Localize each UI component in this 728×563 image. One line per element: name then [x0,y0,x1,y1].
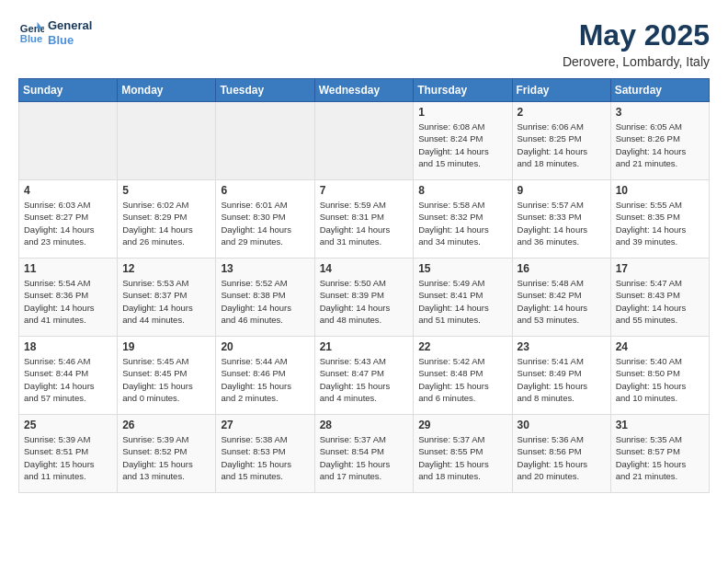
day-number: 12 [122,262,210,275]
calendar-cell: 26Sunrise: 5:39 AM Sunset: 8:52 PM Dayli… [118,415,216,493]
day-number: 14 [320,262,409,275]
calendar-cell: 2Sunrise: 6:06 AM Sunset: 8:25 PM Daylig… [512,102,610,180]
calendar-cell: 10Sunrise: 5:55 AM Sunset: 8:35 PM Dayli… [610,180,709,259]
day-info: Sunrise: 5:57 AM Sunset: 8:33 PM Dayligh… [518,199,606,247]
day-number: 9 [518,184,606,197]
calendar-cell: 5Sunrise: 6:02 AM Sunset: 8:29 PM Daylig… [118,180,216,259]
day-number: 16 [518,262,606,275]
day-number: 1 [418,106,506,119]
day-info: Sunrise: 5:37 AM Sunset: 8:55 PM Dayligh… [418,433,506,482]
day-number: 6 [221,184,309,197]
calendar-cell: 22Sunrise: 5:42 AM Sunset: 8:48 PM Dayli… [414,337,512,415]
calendar-cell: 4Sunrise: 6:03 AM Sunset: 8:27 PM Daylig… [19,180,118,259]
day-number: 20 [221,340,309,353]
logo-icon: General Blue [18,20,44,46]
day-number: 7 [320,184,409,197]
day-number: 31 [616,419,704,431]
header-thursday: Thursday [414,79,512,102]
calendar-cell: 8Sunrise: 5:58 AM Sunset: 8:32 PM Daylig… [414,180,512,259]
day-info: Sunrise: 6:03 AM Sunset: 8:27 PM Dayligh… [24,199,112,247]
day-info: Sunrise: 5:42 AM Sunset: 8:48 PM Dayligh… [418,355,506,404]
calendar-cell: 13Sunrise: 5:52 AM Sunset: 8:38 PM Dayli… [216,259,314,337]
calendar-cell: 19Sunrise: 5:45 AM Sunset: 8:45 PM Dayli… [118,337,216,415]
day-number: 23 [518,340,606,353]
day-info: Sunrise: 5:54 AM Sunset: 8:36 PM Dayligh… [24,277,112,326]
day-number: 18 [24,340,112,353]
calendar-cell: 15Sunrise: 5:49 AM Sunset: 8:41 PM Dayli… [414,259,512,337]
day-info: Sunrise: 5:43 AM Sunset: 8:47 PM Dayligh… [320,355,409,404]
day-info: Sunrise: 5:40 AM Sunset: 8:50 PM Dayligh… [616,355,704,404]
day-number: 22 [418,340,506,353]
location-title: Derovere, Lombardy, Italy [563,54,710,69]
calendar-cell [314,102,414,180]
title-section: May 2025 Derovere, Lombardy, Italy [563,18,710,69]
calendar-cell: 3Sunrise: 6:05 AM Sunset: 8:26 PM Daylig… [610,102,709,180]
calendar-cell: 7Sunrise: 5:59 AM Sunset: 8:31 PM Daylig… [314,180,414,259]
header-tuesday: Tuesday [216,79,314,102]
day-number: 27 [221,419,309,431]
day-number: 19 [122,340,210,353]
calendar-cell: 23Sunrise: 5:41 AM Sunset: 8:49 PM Dayli… [512,337,610,415]
calendar-cell: 14Sunrise: 5:50 AM Sunset: 8:39 PM Dayli… [314,259,414,337]
day-info: Sunrise: 5:37 AM Sunset: 8:54 PM Dayligh… [320,433,409,482]
calendar-cell: 1Sunrise: 6:08 AM Sunset: 8:24 PM Daylig… [414,102,512,180]
day-number: 2 [518,106,606,119]
day-info: Sunrise: 5:46 AM Sunset: 8:44 PM Dayligh… [24,355,112,404]
day-info: Sunrise: 5:39 AM Sunset: 8:52 PM Dayligh… [122,433,210,482]
day-number: 26 [122,419,210,431]
month-title: May 2025 [563,18,710,52]
calendar-cell: 12Sunrise: 5:53 AM Sunset: 8:37 PM Dayli… [118,259,216,337]
calendar-cell: 30Sunrise: 5:36 AM Sunset: 8:56 PM Dayli… [512,415,610,493]
day-info: Sunrise: 5:59 AM Sunset: 8:31 PM Dayligh… [320,199,409,247]
header-row: SundayMondayTuesdayWednesdayThursdayFrid… [19,79,710,102]
calendar-cell: 21Sunrise: 5:43 AM Sunset: 8:47 PM Dayli… [314,337,414,415]
day-info: Sunrise: 6:05 AM Sunset: 8:26 PM Dayligh… [616,121,704,169]
day-number: 8 [418,184,506,197]
day-number: 11 [24,262,112,275]
day-number: 25 [24,419,112,431]
week-row-5: 25Sunrise: 5:39 AM Sunset: 8:51 PM Dayli… [19,415,710,493]
day-number: 5 [122,184,210,197]
week-row-2: 4Sunrise: 6:03 AM Sunset: 8:27 PM Daylig… [19,180,710,259]
calendar-cell [19,102,118,180]
day-number: 28 [320,419,409,431]
day-info: Sunrise: 6:08 AM Sunset: 8:24 PM Dayligh… [418,121,506,169]
calendar-cell: 6Sunrise: 6:01 AM Sunset: 8:30 PM Daylig… [216,180,314,259]
day-info: Sunrise: 6:06 AM Sunset: 8:25 PM Dayligh… [518,121,606,169]
day-number: 21 [320,340,409,353]
calendar-cell: 18Sunrise: 5:46 AM Sunset: 8:44 PM Dayli… [19,337,118,415]
page-header: General Blue General Blue May 2025 Derov… [18,18,710,69]
logo: General Blue General Blue [18,18,92,47]
logo-line1: General [48,18,92,33]
day-info: Sunrise: 5:52 AM Sunset: 8:38 PM Dayligh… [221,277,309,326]
day-info: Sunrise: 5:48 AM Sunset: 8:42 PM Dayligh… [518,277,606,326]
day-info: Sunrise: 5:38 AM Sunset: 8:53 PM Dayligh… [221,433,309,482]
day-number: 13 [221,262,309,275]
logo-line2: Blue [48,33,92,48]
day-info: Sunrise: 5:45 AM Sunset: 8:45 PM Dayligh… [122,355,210,404]
day-info: Sunrise: 5:44 AM Sunset: 8:46 PM Dayligh… [221,355,309,404]
day-info: Sunrise: 5:49 AM Sunset: 8:41 PM Dayligh… [418,277,506,326]
calendar-cell: 28Sunrise: 5:37 AM Sunset: 8:54 PM Dayli… [314,415,414,493]
day-info: Sunrise: 5:41 AM Sunset: 8:49 PM Dayligh… [518,355,606,404]
day-number: 24 [616,340,704,353]
day-number: 10 [616,184,704,197]
header-sunday: Sunday [19,79,118,102]
day-info: Sunrise: 5:50 AM Sunset: 8:39 PM Dayligh… [320,277,409,326]
day-info: Sunrise: 5:58 AM Sunset: 8:32 PM Dayligh… [418,199,506,247]
calendar-cell: 24Sunrise: 5:40 AM Sunset: 8:50 PM Dayli… [610,337,709,415]
calendar-cell: 27Sunrise: 5:38 AM Sunset: 8:53 PM Dayli… [216,415,314,493]
week-row-1: 1Sunrise: 6:08 AM Sunset: 8:24 PM Daylig… [19,102,710,180]
day-number: 30 [518,419,606,431]
day-info: Sunrise: 5:53 AM Sunset: 8:37 PM Dayligh… [122,277,210,326]
calendar-cell [216,102,314,180]
calendar-cell: 9Sunrise: 5:57 AM Sunset: 8:33 PM Daylig… [512,180,610,259]
calendar-table: SundayMondayTuesdayWednesdayThursdayFrid… [18,78,710,493]
header-monday: Monday [118,79,216,102]
week-row-3: 11Sunrise: 5:54 AM Sunset: 8:36 PM Dayli… [19,259,710,337]
week-row-4: 18Sunrise: 5:46 AM Sunset: 8:44 PM Dayli… [19,337,710,415]
header-wednesday: Wednesday [314,79,414,102]
calendar-cell: 20Sunrise: 5:44 AM Sunset: 8:46 PM Dayli… [216,337,314,415]
day-info: Sunrise: 5:35 AM Sunset: 8:57 PM Dayligh… [616,433,704,482]
header-saturday: Saturday [610,79,709,102]
